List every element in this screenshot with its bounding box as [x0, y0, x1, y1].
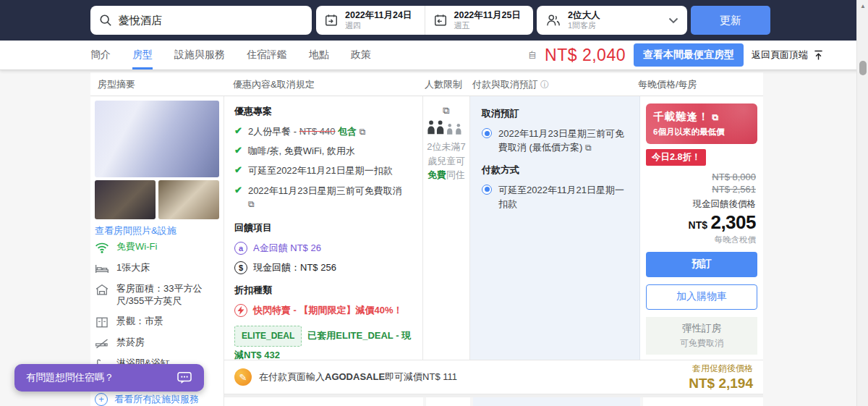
book-button[interactable]: 預訂	[646, 252, 757, 277]
add-to-cart-button[interactable]: 加入購物車	[646, 284, 757, 310]
promo-code: AGODASALE	[325, 371, 385, 382]
pay-option-radio[interactable]: 可延至2022年11月21日星期一扣款	[482, 184, 628, 211]
tab-rooms[interactable]: 房型	[132, 41, 153, 69]
search-input[interactable]: 薆悅酒店	[90, 6, 312, 35]
see-all-facilities-link[interactable]: + 看看所有設施與服務	[95, 393, 199, 406]
arrow-up-icon	[812, 49, 825, 62]
bed-icon	[95, 263, 109, 275]
children-policy-text: 2位未滿7歲兒童可免費同住	[423, 140, 469, 182]
external-link-icon[interactable]: ⧉	[585, 143, 592, 153]
room-area-icon	[95, 284, 109, 296]
chat-prompt-bubble[interactable]: 有問題想問住宿嗎？	[14, 364, 204, 392]
room-photo-main[interactable]	[95, 101, 219, 177]
amenity-label: 禁菸房	[116, 337, 145, 349]
chevron-down-icon	[668, 17, 678, 24]
cancel-title: 取消預訂	[482, 107, 628, 120]
section-nav: 簡介 房型 設施與服務 住宿評鑑 地點 政策 自 NT$ 2,040 查看本間最…	[0, 41, 868, 70]
occupancy-limit-cell: ⧉ 2位未滿7歲兒童可免費同住	[423, 96, 470, 360]
rooms-count: 1間客房	[568, 21, 600, 30]
radio-selected-icon[interactable]	[482, 185, 492, 195]
info-icon[interactable]: ⓘ	[540, 80, 549, 90]
rewards-title: 回饋項目	[234, 221, 412, 234]
checkin-date-picker[interactable]: 2022年11月24日週四	[316, 6, 425, 35]
col-header-offer: 優惠內容&取消規定	[233, 78, 315, 91]
amenity-wifi: 免費Wi-Fi	[95, 241, 219, 254]
amenity-label: 景觀：市景	[116, 316, 163, 328]
next-room-row-partial	[224, 397, 763, 406]
popup-icon[interactable]: ⧉	[712, 112, 720, 122]
promo-price-block: 套用促銷後價格 NT$ 2,194	[689, 363, 753, 392]
amenity-label: 1張大床	[116, 262, 150, 274]
flexible-booking-box: 彈性訂房 可免費取消	[646, 317, 757, 355]
check-icon: ✔	[234, 125, 242, 136]
update-button[interactable]: 更新	[691, 6, 770, 35]
popup-icon[interactable]: ⧉	[359, 127, 366, 137]
checkin-date: 2022年11月24日	[345, 10, 412, 22]
col-header-price: 每晚價格/每房	[638, 78, 697, 91]
tab-facilities[interactable]: 設施與服務	[174, 41, 225, 69]
lowest-price-banner: 千載難逢！⧉ 6個月以來的最低價	[646, 103, 757, 144]
scrollbar[interactable]: ▲	[856, 0, 868, 406]
amenity-label: 免費Wi-Fi	[116, 241, 157, 253]
col-header-room: 房型摘要	[98, 78, 135, 91]
family-icon	[423, 119, 469, 138]
amenity-area: 客房面積：33平方公尺/355平方英尺	[95, 283, 219, 308]
from-price: NT$ 2,040	[545, 46, 626, 65]
a-coin-icon: a	[234, 242, 247, 255]
promo-price-label: 套用促銷後價格	[689, 363, 753, 375]
check-icon: ✔	[234, 145, 242, 156]
scroll-up-arrow[interactable]: ▲	[857, 3, 868, 9]
checkout-date-picker[interactable]: 2022年11月25日週五	[425, 6, 534, 35]
occupancy-selector[interactable]: 2位大人1間客房	[537, 6, 687, 35]
cancel-option-radio[interactable]: 2022年11月23日星期三前可免費取消 (最低價方案) ⧉	[482, 127, 628, 155]
tab-reviews[interactable]: 住宿評鑑	[247, 41, 287, 69]
promo-code-icon: ✎	[234, 368, 252, 386]
back-to-top-label: 返回頁面頂端	[752, 48, 808, 62]
payment-cell: 取消預訂 2022年11月23日星期三前可免費取消 (最低價方案) ⧉ 付款方式…	[470, 96, 640, 360]
cashback-price-label: 現金回饋後價格	[646, 198, 756, 211]
col-header-payment: 付款與取消預訂ⓘ	[472, 78, 549, 91]
amenities-list: 免費Wi-Fi 1張大床 客房面積：33平方公尺/355平方英尺 景觀：市景 禁…	[95, 241, 219, 378]
popup-icon[interactable]: ⧉	[248, 199, 255, 209]
offer-item-perks: ✔ 咖啡/茶, 免費WiFi, 飲用水	[234, 145, 412, 158]
photos-link[interactable]: 查看房間照片&設施	[95, 224, 176, 237]
search-icon	[99, 14, 112, 27]
nav-price-cluster: 自 NT$ 2,040 查看本間最便宜房型 返回頁面頂端	[528, 41, 825, 69]
back-to-top[interactable]: 返回頁面頂端	[752, 48, 825, 62]
chat-prompt-text: 有問題想問住宿嗎？	[26, 371, 114, 384]
from-label: 自	[528, 49, 537, 62]
check-icon: ✔	[234, 185, 242, 195]
see-all-label: 看看所有設施與服務	[114, 393, 199, 406]
banner-subtitle: 6個月以來的最低價	[653, 127, 750, 138]
scrollbar-thumb[interactable]	[859, 61, 867, 75]
free-highlight: 免費	[427, 169, 446, 180]
flash-sale-row: 快閃特賣 - 【期間限定】減價40%！	[234, 304, 412, 317]
price-stack: NT$ 8,000 NT$ 2,561 現金回饋後價格 NT$ 2,305 每晚…	[646, 172, 757, 245]
plus-circle-icon: +	[95, 393, 108, 406]
included-tag: 包含	[338, 126, 357, 137]
see-cheapest-button[interactable]: 查看本間最便宜房型	[634, 43, 744, 67]
check-icon: ✔	[234, 164, 242, 175]
top-search-bar: 薆悅酒店 2022年11月24日週四 2022年11月25日週五 2位大人1間客…	[0, 0, 868, 41]
offer-item-pay-later: ✔ 可延至2022年11月21日星期一扣款	[234, 164, 412, 177]
today-discount-tag: 今日2.8折！	[646, 149, 706, 166]
room-photo-thumb-1[interactable]	[95, 180, 156, 219]
tab-policies[interactable]: 政策	[351, 41, 371, 69]
tax-note: 每晚含稅價	[646, 234, 756, 245]
amenity-label: 客房面積：33平方公尺/355平方英尺	[116, 283, 219, 308]
window-icon	[95, 316, 109, 329]
final-price: NT$ 2,305	[646, 211, 756, 234]
room-photo-thumb-2[interactable]	[158, 180, 219, 219]
popup-icon[interactable]: ⧉	[443, 105, 449, 116]
payment-method-title: 付款方式	[482, 164, 628, 177]
room-summary-cell: 查看房間照片&設施 免費Wi-Fi 1張大床 客房面積：33平方公尺/355平方…	[90, 96, 224, 406]
tab-location[interactable]: 地點	[309, 41, 329, 69]
checkin-day: 週四	[345, 21, 412, 30]
guests-icon	[545, 13, 561, 28]
reward-cashback: $ 現金回饋：NT$ 256	[234, 261, 412, 274]
tab-overview[interactable]: 簡介	[90, 41, 111, 69]
amenity-no-smoking: 禁菸房	[95, 337, 219, 350]
radio-selected-icon[interactable]	[482, 128, 492, 138]
guests-count: 2位大人	[568, 10, 600, 22]
old-price-2: NT$ 2,561	[646, 184, 756, 196]
